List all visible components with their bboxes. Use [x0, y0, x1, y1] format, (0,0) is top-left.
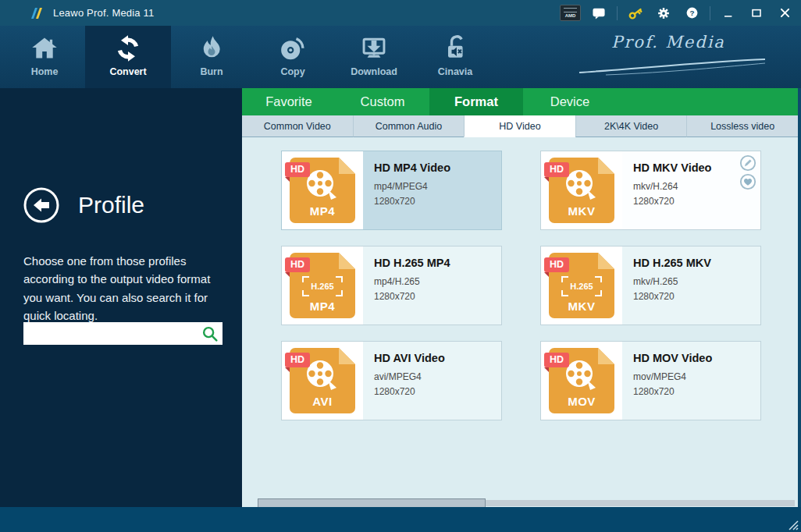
burn-icon: [198, 34, 226, 62]
profile-grid: HD MP4 HD MP4 Video mp4/MPEG4 1280x720: [242, 137, 798, 420]
hd-badge-fold: [544, 177, 549, 182]
format-extension-label: AVI: [290, 395, 355, 408]
profile-format: mp4/MPEG4: [374, 179, 497, 194]
leawo-logo-icon: [28, 5, 45, 21]
tab-device[interactable]: Device: [523, 88, 617, 115]
card-actions: [739, 154, 756, 190]
resize-grip[interactable]: [786, 518, 799, 530]
home-icon: [30, 34, 59, 62]
doc-corner-fold: [339, 253, 355, 269]
tab-favorite[interactable]: Favorite: [242, 88, 336, 115]
profile-format: mkv/H.264: [633, 179, 756, 194]
nav-item-burn[interactable]: Burn: [171, 26, 252, 88]
main-tab-bar: Favorite Custom Format Device: [242, 88, 798, 115]
hd-badge-fold: [285, 177, 290, 182]
hd-badge-fold: [285, 272, 290, 277]
format-extension-label: MKV: [549, 300, 614, 313]
help-icon[interactable]: ?: [682, 4, 702, 23]
format-doc-icon: HD MOV: [549, 348, 614, 413]
profile-resolution: 1280x720: [374, 385, 497, 399]
nav-bar: Home Convert Burn Copy: [0, 26, 801, 88]
format-extension-label: MP4: [290, 204, 355, 218]
chat-icon[interactable]: [589, 4, 609, 23]
profile-format: mov/MPEG4: [633, 370, 756, 385]
back-button[interactable]: [23, 186, 60, 224]
search-box: [23, 322, 222, 345]
close-icon[interactable]: [774, 4, 795, 23]
page-title: Profile: [78, 192, 144, 218]
profile-format: avi/MPEG4: [374, 370, 497, 385]
profile-info: HD H.265 MKV mkv/H.265 1280x720: [622, 246, 760, 325]
hd-badge-fold: [285, 367, 290, 372]
key-icon[interactable]: [625, 4, 646, 23]
minimize-icon[interactable]: [718, 4, 739, 23]
profile-card-mp4-2[interactable]: H.265 HD MP4 HD H.265 MP4 mp4/H.265 1280…: [281, 246, 502, 325]
format-doc-icon: H.265 HD MP4: [290, 253, 355, 318]
nav-item-download[interactable]: Download: [333, 26, 415, 88]
profile-resolution: 1280x720: [633, 194, 756, 209]
profile-resolution: 1280x720: [633, 385, 756, 399]
format-doc-icon: HD AVI: [290, 348, 355, 413]
profile-card-mp4-0[interactable]: HD MP4 HD MP4 Video mp4/MPEG4 1280x720: [281, 151, 502, 230]
profile-card-avi-4[interactable]: HD AVI HD AVI Video avi/MPEG4 1280x720: [281, 341, 502, 420]
gear-icon[interactable]: [653, 4, 674, 23]
profile-title: HD MP4 Video: [374, 161, 497, 174]
cinavia-icon: [441, 34, 469, 62]
format-doc-icon: H.265 HD MKV: [549, 253, 614, 318]
window-title: Leawo Prof. Media 11: [53, 7, 155, 19]
subtab-2k4k-video[interactable]: 2K\4K Video: [575, 115, 687, 137]
profile-resolution: 1280x720: [633, 289, 756, 304]
doc-corner-fold: [598, 253, 614, 269]
profile-resolution: 1280x720: [374, 289, 497, 304]
download-icon: [360, 34, 388, 62]
profile-content: HD MP4 HD MP4 Video mp4/MPEG4 1280x720: [242, 137, 798, 507]
maximize-icon[interactable]: [746, 4, 767, 23]
tab-format[interactable]: Format: [429, 88, 523, 115]
subtab-hd-video[interactable]: HD Video: [464, 115, 575, 137]
edit-profile-icon[interactable]: [739, 154, 756, 172]
sub-tab-bar: Common Video Common Audio HD Video 2K\4K…: [242, 115, 798, 137]
profile-title: HD AVI Video: [374, 352, 497, 364]
hd-badge: HD: [544, 353, 569, 367]
svg-text:?: ?: [689, 9, 694, 17]
profile-info: HD MP4 Video mp4/MPEG4 1280x720: [363, 151, 501, 229]
brand-script: Prof. Media: [571, 33, 766, 51]
favorite-heart-icon[interactable]: [739, 173, 756, 190]
format-icon-area: HD MKV: [541, 151, 622, 229]
profile-info: HD H.265 MP4 mp4/H.265 1280x720: [363, 246, 501, 325]
convert-icon: [114, 34, 142, 62]
tab-custom[interactable]: Custom: [336, 88, 429, 115]
profile-title: HD MOV Video: [633, 352, 756, 364]
search-icon[interactable]: [201, 325, 219, 343]
profile-info: HD AVI Video avi/MPEG4 1280x720: [363, 342, 501, 420]
hd-badge: HD: [544, 257, 569, 272]
hd-badge-fold: [544, 272, 549, 277]
nav-item-convert[interactable]: Convert: [85, 26, 171, 88]
profile-card-mov-5[interactable]: HD MOV HD MOV Video mov/MPEG4 1280x720: [540, 341, 761, 420]
profile-card-mkv-3[interactable]: H.265 HD MKV HD H.265 MKV mkv/H.265 1280…: [540, 246, 761, 325]
profile-format: mkv/H.265: [633, 275, 756, 289]
profile-card-mkv-1[interactable]: HD MKV HD MKV Video mkv/H.264 1280x720: [540, 151, 761, 230]
format-doc-icon: HD MP4: [290, 158, 355, 223]
nav-item-copy[interactable]: Copy: [252, 26, 333, 88]
h265-codec-icon: H.265: [302, 276, 343, 296]
format-extension-label: MP4: [290, 300, 355, 313]
search-input[interactable]: [23, 322, 201, 345]
format-doc-icon: HD MKV: [549, 158, 614, 223]
app-window: Leawo Prof. Media 11 AMD: [0, 0, 801, 532]
amd-badge-lines: [564, 8, 577, 12]
sidebar: Profile Choose one from those profiles a…: [0, 88, 242, 507]
copy-icon: [279, 34, 307, 62]
profile-format: mp4/H.265: [374, 275, 497, 289]
h265-codec-icon: H.265: [561, 276, 602, 296]
format-icon-area: H.265 HD MKV: [541, 246, 622, 325]
subtab-common-audio[interactable]: Common Audio: [353, 115, 465, 137]
window-edge: [798, 88, 801, 507]
profile-title: HD H.265 MP4: [374, 257, 497, 269]
subtab-lossless-video[interactable]: Lossless video: [686, 115, 798, 137]
titlebar-separator: [617, 6, 618, 20]
nav-item-cinavia[interactable]: Cinavia: [415, 26, 496, 88]
subtab-common-video[interactable]: Common Video: [242, 115, 353, 137]
format-extension-label: MOV: [549, 395, 614, 408]
nav-item-home[interactable]: Home: [4, 26, 85, 88]
